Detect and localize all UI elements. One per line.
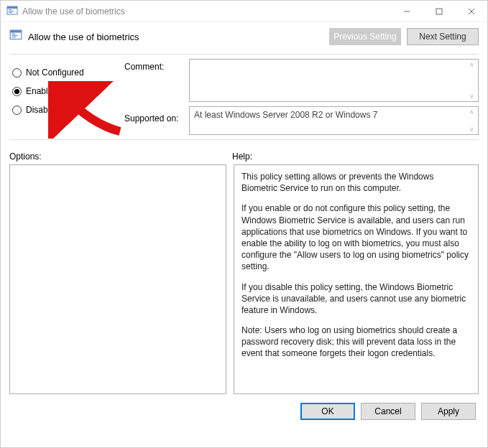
- svg-rect-6: [436, 9, 442, 14]
- svg-rect-2: [9, 9, 11, 10]
- state-radios: Not Configured Enabled Disabled: [9, 59, 124, 135]
- next-setting-button[interactable]: Next Setting: [407, 28, 479, 45]
- cancel-button[interactable]: Cancel: [361, 403, 415, 420]
- help-panel: This policy setting allows or prevents t…: [234, 164, 479, 394]
- config-area: Not Configured Enabled Disabled Comment:…: [1, 59, 487, 135]
- svg-rect-4: [9, 12, 12, 13]
- comment-input[interactable]: ∧∨: [189, 59, 479, 102]
- maximize-button[interactable]: [423, 1, 455, 22]
- comment-value: [190, 60, 478, 65]
- help-text: This policy setting allows or prevents t…: [241, 171, 471, 194]
- help-text: If you disable this policy setting, the …: [241, 281, 471, 317]
- supported-value: At least Windows Server 2008 R2 or Windo…: [190, 107, 478, 123]
- comment-row: Comment: ∧∨: [124, 59, 479, 102]
- help-text: If you enable or do not configure this p…: [241, 202, 471, 272]
- header-row: Allow the use of biometrics Previous Set…: [1, 22, 487, 50]
- radio-label: Disabled: [26, 105, 60, 115]
- options-panel: [9, 164, 226, 394]
- ok-button[interactable]: OK: [300, 403, 355, 420]
- panels: This policy setting allows or prevents t…: [1, 164, 487, 394]
- radio-label: Not Configured: [26, 67, 84, 78]
- radio-icon: [12, 106, 22, 115]
- svg-rect-10: [10, 30, 22, 32]
- radio-icon: [12, 87, 22, 96]
- policy-icon: [6, 6, 18, 17]
- separator: [9, 54, 479, 55]
- radio-disabled[interactable]: Disabled: [9, 101, 124, 119]
- radio-icon: [12, 68, 22, 78]
- svg-rect-1: [7, 6, 17, 9]
- svg-rect-3: [9, 11, 14, 11]
- footer-buttons: OK Cancel Apply: [1, 394, 487, 420]
- help-label: Help:: [232, 151, 252, 162]
- policy-icon-large: [9, 29, 22, 45]
- supported-label: Supported on:: [124, 106, 182, 135]
- svg-rect-11: [11, 33, 15, 34]
- titlebar: Allow the use of biometrics: [1, 1, 487, 22]
- svg-rect-12: [11, 34, 17, 35]
- supported-row: Supported on: At least Windows Server 20…: [124, 106, 479, 135]
- separator: [9, 139, 479, 140]
- policy-title: Allow the use of biometrics: [28, 32, 323, 42]
- previous-setting-button: Previous Setting: [329, 28, 401, 45]
- options-help-labels: Options: Help:: [1, 144, 487, 164]
- scroll-indicator: ∧∨: [466, 108, 477, 133]
- close-button[interactable]: [455, 1, 487, 22]
- options-label: Options:: [9, 151, 232, 162]
- fields-area: Comment: ∧∨ Supported on: At least Windo…: [124, 59, 479, 135]
- comment-label: Comment:: [124, 59, 182, 102]
- supported-display: At least Windows Server 2008 R2 or Windo…: [189, 106, 479, 135]
- window-controls: [390, 1, 487, 22]
- scroll-indicator: ∧∨: [466, 61, 477, 100]
- apply-button[interactable]: Apply: [421, 403, 476, 420]
- window-title: Allow the use of biometrics: [22, 6, 390, 17]
- radio-enabled[interactable]: Enabled: [9, 82, 124, 101]
- svg-rect-13: [11, 37, 16, 37]
- radio-not-configured[interactable]: Not Configured: [9, 63, 124, 82]
- minimize-button[interactable]: [390, 1, 423, 22]
- radio-label: Enabled: [26, 86, 57, 96]
- help-text: Note: Users who log on using biometrics …: [241, 325, 471, 360]
